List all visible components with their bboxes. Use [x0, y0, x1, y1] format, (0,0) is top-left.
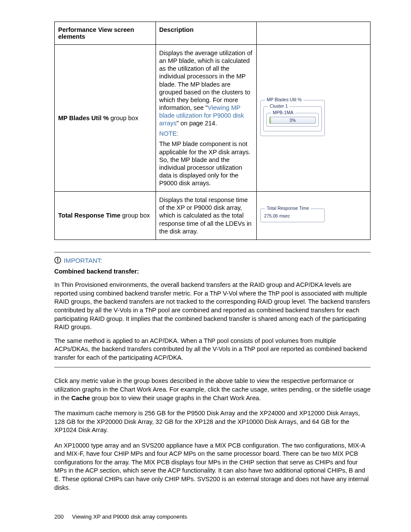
important-subhead: Combined backend transfer:	[54, 268, 371, 276]
header-elements: Performance View screen elements	[55, 22, 156, 45]
page-number: 200	[54, 513, 64, 520]
desc-paragraph: Displays the average utilization of an M…	[159, 49, 253, 127]
total-response-time-groupbox: Total Response Time 275.06 msec	[260, 208, 325, 222]
cache-bold-term: Cache	[72, 395, 90, 401]
svg-rect-2	[57, 261, 58, 262]
body-paragraph: The maximum cache memory is 256 GB for t…	[54, 409, 371, 435]
header-description: Description	[156, 22, 257, 45]
progress-fill	[270, 117, 271, 123]
groupbox-title: MP Blades Util %	[265, 97, 303, 102]
header-empty	[257, 22, 371, 45]
note-label: NOTE:	[159, 130, 253, 137]
important-paragraph: In Thin Provisioned environments, the ov…	[54, 281, 371, 331]
important-label: IMPORTANT:	[64, 257, 102, 264]
svg-rect-1	[57, 258, 58, 261]
row-description: Displays the total response time of the …	[156, 192, 257, 240]
row-label: Total Response Time group box	[55, 192, 156, 240]
groupbox-title: Total Response Time	[265, 206, 311, 211]
mpb-groupbox: MPB-1MA 3%	[266, 113, 319, 127]
page-footer: 200 Viewing XP and P9000 disk array comp…	[54, 513, 187, 520]
groupbox-title: MPB-1MA	[271, 110, 295, 115]
important-note-block: IMPORTANT: Combined backend transfer: In…	[54, 252, 371, 368]
performance-view-table: Performance View screen elements Descrip…	[54, 22, 371, 240]
body-paragraph: An XP10000 type array and an SVS200 appl…	[54, 442, 371, 492]
chapter-title: Viewing XP and P9000 disk array componen…	[72, 513, 187, 520]
row-label-suffix: group box	[122, 212, 150, 219]
table-row: MP Blades Util % group box Displays the …	[55, 45, 371, 192]
table-row: Total Response Time group box Displays t…	[55, 192, 371, 240]
row-label-suffix: group box	[110, 115, 138, 121]
body-paragraph: Click any metric value in the group boxe…	[54, 377, 371, 402]
row-label-bold: Total Response Time	[58, 212, 122, 219]
row-label-bold: MP Blades Util %	[58, 115, 110, 121]
important-heading: IMPORTANT:	[54, 257, 371, 264]
desc-paragraph: Displays the total response time of the …	[159, 196, 253, 235]
groupbox-title: Cluster 1	[268, 104, 290, 109]
body-content: Click any metric value in the group boxe…	[54, 377, 371, 492]
row-description: Displays the average utilization of an M…	[156, 45, 257, 192]
desc-paragraph: The MP blade component is not applicable…	[159, 140, 253, 187]
row-screenshot: MP Blades Util % Cluster 1 MPB-1MA 3%	[257, 45, 371, 192]
document-page: Performance View screen elements Descrip…	[0, 0, 411, 532]
row-screenshot: Total Response Time 275.06 msec	[257, 192, 371, 240]
response-time-value[interactable]: 275.06 msec	[263, 212, 322, 219]
cluster-groupbox: Cluster 1 MPB-1MA 3%	[263, 106, 322, 131]
row-label: MP Blades Util % group box	[55, 45, 156, 192]
important-paragraph: The same method is applied to an ACP/DKA…	[54, 337, 371, 362]
exclamation-circle-icon	[54, 257, 61, 264]
table-header-row: Performance View screen elements Descrip…	[55, 22, 371, 45]
progress-value: 3%	[290, 118, 296, 123]
mp-blades-util-groupbox: MP Blades Util % Cluster 1 MPB-1MA 3%	[260, 100, 325, 136]
utilization-progress-bar[interactable]: 3%	[269, 117, 316, 124]
